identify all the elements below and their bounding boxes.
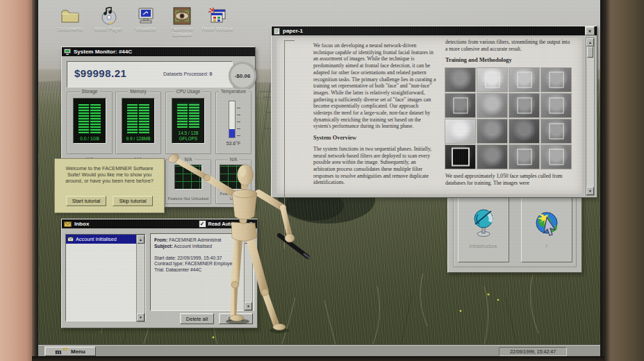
cpu-value: 14.5 / 128 GFLOPS: [179, 129, 199, 143]
icon-label: Documents: [51, 26, 89, 32]
face-sample: [445, 145, 475, 169]
face-sample: [445, 94, 475, 117]
temperature-value: 53.6°F: [216, 141, 251, 146]
locked-gauge-unlockable: N/A Feature Not Unlocked: [165, 160, 211, 204]
paper-scrollbar[interactable]: ▲ ▼: [586, 37, 595, 196]
menu-button[interactable]: m95 Menu: [44, 346, 96, 356]
locked-gauge-na: N/A Feature Not In Use: [215, 160, 251, 204]
os-logo: m: [55, 348, 61, 355]
globe-cursor-icon: [531, 208, 562, 238]
temperature-gauge: Temperature 53.6°F: [215, 92, 251, 154]
scroll-up-button[interactable]: ▲: [586, 38, 594, 47]
icon-label: Visualizer: [127, 26, 165, 32]
welcome-tooltip: Welcome to the FACEMINER Software Suite!…: [54, 158, 165, 213]
face-sample: [445, 68, 475, 92]
music-cd-icon: [98, 7, 119, 25]
icon-label: Reset Window: [199, 26, 236, 32]
storage-gauge: Storage 0.0 / 1GB: [67, 92, 113, 154]
window-title: paper-1: [283, 28, 303, 34]
desktop-icon-visualizer[interactable]: Visualizer: [127, 7, 165, 32]
message-list-item[interactable]: Account Initialised: [66, 235, 145, 244]
face-sample: [541, 145, 571, 169]
inbox-titlebar[interactable]: Inbox ✓ Read Automatically: [62, 219, 257, 228]
face-sample: [509, 68, 539, 92]
read-automatically-checkbox[interactable]: ✓: [199, 220, 206, 228]
infrastructure-panel: Infrastructure ?: [453, 189, 577, 267]
inbox-window: Inbox ✓ Read Automatically Account Initi…: [61, 219, 258, 328]
storage-bars: [79, 104, 101, 133]
scroll-down-button[interactable]: ▼: [137, 313, 145, 321]
memory-bars: [127, 104, 149, 133]
face-sample: [541, 94, 571, 117]
face-sample: [445, 119, 475, 143]
paper-paragraph: We used approximately 1,050 face samples…: [445, 173, 573, 186]
desktop-icon-documents[interactable]: Documents: [51, 7, 89, 32]
skip-tutorial-button[interactable]: Skip tutorial: [113, 196, 153, 206]
message-body-panel: From: FACEMINER Administrat Subject: Acc…: [150, 233, 254, 311]
paper-titlebar[interactable]: paper-1 ✕: [272, 26, 597, 35]
face-detection-box: [453, 98, 468, 114]
face-detection-box: [517, 149, 531, 165]
delete-all-button[interactable]: Delete all: [180, 313, 214, 324]
paper-paragraph: We focus on developing a neural network-…: [313, 42, 437, 130]
satellite-dish-icon: [468, 208, 499, 238]
start-tutorial-button[interactable]: Start tutorial: [66, 196, 106, 206]
face-sample: [541, 119, 571, 143]
face-sample: [509, 145, 539, 169]
desktop-icon-faceminer-software[interactable]: Faceminer Software: [163, 7, 201, 37]
scrollbar-thumb[interactable]: [587, 47, 593, 58]
face-sample: [477, 119, 507, 143]
face-sample: [477, 145, 507, 169]
cpu-bars: [177, 103, 199, 128]
face-sample: [477, 68, 507, 92]
face-sample: [541, 68, 571, 92]
folder-icon: [60, 7, 81, 25]
face-detection-box: [549, 98, 563, 114]
scroll-up-button[interactable]: ▲: [245, 235, 252, 244]
close-button[interactable]: ✕: [585, 26, 595, 35]
os-logo-sup: 95: [63, 347, 67, 351]
infrastructure-button-label: Infrastructure: [469, 244, 497, 249]
taskbar: m95 Menu 22/09/1999, 15:42:47: [38, 345, 600, 356]
read-automatically-label: Read Automatically: [208, 221, 255, 227]
censored-face-box: [452, 148, 470, 167]
computer-icon: [135, 7, 156, 25]
envelope-icon: [64, 221, 72, 227]
face-sample: [477, 94, 507, 117]
reset-window-icon: [207, 7, 228, 25]
monitor-bezel-right: [604, 0, 644, 361]
datasets-processed: Datasets Processed: 0: [163, 72, 212, 76]
window-title: System Monitor: #44C: [74, 49, 132, 55]
monitor-bezel-bottom: [32, 356, 604, 361]
scroll-down-button[interactable]: ▼: [586, 187, 594, 195]
icon-label: Music Player: [90, 26, 127, 32]
scroll-down-button[interactable]: ▼: [245, 302, 252, 310]
message-list-scrollbar[interactable]: ▲ ▼: [136, 235, 145, 322]
memory-value: 9.9 / 128MB: [126, 135, 150, 144]
infrastructure-button[interactable]: Infrastructure: [458, 194, 509, 262]
delete-button[interactable]: Delete: [219, 313, 253, 324]
message-scrollbar[interactable]: ▲ ▼: [244, 235, 253, 311]
envelope-icon: [67, 237, 74, 242]
scroll-up-button[interactable]: ▲: [137, 235, 145, 244]
paper-sheet: We focus on developing a neural network-…: [276, 37, 582, 194]
paper-window: paper-1 ✕ We focus on developing a neura…: [271, 26, 597, 198]
system-monitor-titlebar[interactable]: System Monitor: #44C: [62, 47, 255, 56]
paper-column-2: detections from various filters, streaml…: [445, 39, 573, 187]
eye-photo-icon: [172, 7, 192, 25]
storage-value: 0.0 / 1GB: [80, 135, 99, 144]
menu-label: Menu: [71, 349, 85, 355]
unknown-button[interactable]: ?: [521, 194, 572, 262]
icon-label: Faceminer Software: [163, 26, 201, 37]
monitor-icon: [64, 49, 71, 55]
face-detection-box: [485, 72, 499, 88]
balance: $99998.21: [74, 67, 126, 79]
message-body: From: FACEMINER Administrat Subject: Acc…: [154, 237, 244, 305]
paper-paragraph: detections from various filters, streaml…: [445, 39, 573, 52]
face-sample: [509, 119, 539, 143]
monitor-bezel-left: [0, 0, 32, 361]
desktop-icon-music-player[interactable]: Music Player: [90, 7, 127, 32]
desktop-icon-reset-window[interactable]: Reset Window: [199, 7, 236, 32]
welcome-text: Welcome to the FACEMINER Software Suite!…: [55, 159, 164, 184]
cpu-gauge: CPU Usage 14.5 / 128 GFLOPS: [165, 92, 211, 154]
